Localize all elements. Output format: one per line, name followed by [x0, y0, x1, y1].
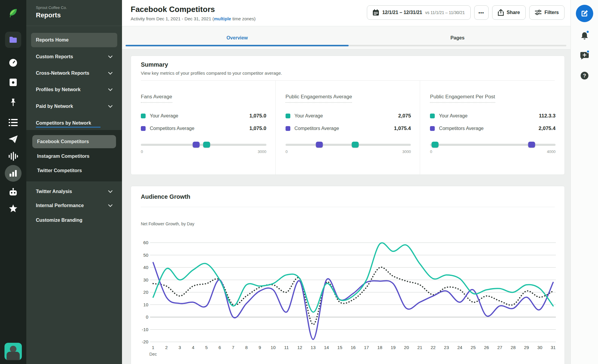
sidebar-subitem-label: Facebook Competitors	[37, 139, 89, 144]
inbox-icon[interactable]	[8, 78, 18, 87]
star-icon[interactable]	[9, 204, 18, 213]
your-average-swatch	[286, 114, 290, 118]
sidebar-item-internal-performance[interactable]: Internal Performance	[31, 198, 117, 213]
slider-handle-purple[interactable]	[193, 142, 199, 148]
filters-icon	[535, 10, 541, 16]
competitors-average-swatch	[141, 126, 146, 131]
sidebar-item-label: Profiles by Network	[36, 87, 80, 92]
legend-value: 2,075.4	[538, 126, 556, 131]
x-tick-label: 6	[219, 345, 221, 350]
metric-title[interactable]: Public Engagement Per Post	[430, 94, 495, 103]
legend-value: 1,075.0	[249, 113, 266, 119]
metric-legend: Your Average 1,075.0 Competitors Average…	[141, 113, 266, 131]
multiple-timezones-link[interactable]: multiple	[214, 16, 231, 21]
sidebar-item-reports-home[interactable]: Reports Home	[31, 33, 117, 47]
sidebar-item-competitors-by-network[interactable]: Competitors by Network	[31, 116, 117, 130]
x-tick-label: 18	[377, 345, 382, 350]
listening-wave-icon[interactable]	[8, 152, 18, 161]
x-tick-label: 4	[192, 345, 194, 350]
x-tick-label: 19	[390, 345, 396, 350]
main-content: Facebook Competitors Activity from Dec 1…	[122, 0, 571, 364]
sidebar-title: Reports	[36, 11, 61, 19]
pin-icon[interactable]	[9, 98, 17, 107]
metric-panel-public-engagement-per-post: Public Engagement Per Post Your Average …	[420, 81, 565, 175]
sidebar-item-profiles-by-network[interactable]: Profiles by Network	[31, 82, 117, 97]
help-icon[interactable]: ?	[580, 71, 589, 81]
tab-label: Overview	[226, 35, 248, 41]
x-tick-label: 11	[284, 345, 289, 350]
more-options-button[interactable]: •••	[474, 5, 489, 20]
series-competitors-average	[153, 262, 553, 339]
publish-plane-icon[interactable]	[8, 135, 18, 143]
sidebar-item-custom-reports[interactable]: Custom Reports	[31, 50, 117, 64]
message-badge	[586, 50, 590, 53]
x-tick-label: 22	[431, 345, 436, 350]
share-button[interactable]: Share	[492, 5, 526, 20]
sidebar-item-customize-branding[interactable]: Customize Branding	[31, 213, 117, 227]
user-avatar[interactable]	[4, 343, 22, 360]
subtitle-text: Activity from Dec 1, 2021 - Dec 31, 2021…	[131, 16, 214, 21]
slider-handle-teal[interactable]	[203, 142, 210, 148]
sidebar-item-twitter-analysis[interactable]: Twitter Analysis	[31, 184, 117, 199]
utility-rail: ?	[570, 0, 598, 364]
sidebar-item-cross-network-reports[interactable]: Cross-Network Reports	[31, 66, 117, 80]
legend-row-competitors-average: Competitors Average 1,075.4	[286, 126, 411, 131]
metric-legend: Your Average 2,075 Competitors Average 1…	[286, 113, 411, 131]
sidebar-item-paid-by-network[interactable]: Paid by Network	[31, 99, 117, 114]
x-tick-label: 31	[551, 345, 556, 350]
legend-label: Competitors Average	[295, 126, 339, 131]
chevron-down-icon	[108, 204, 112, 207]
slider-handle-purple[interactable]	[316, 142, 323, 148]
slider-scale: 0 3000	[286, 149, 411, 154]
x-tick-label: 25	[471, 345, 476, 350]
sidebar-item-label: Competitors by Network	[36, 120, 91, 126]
sidebar-item-label: Cross-Network Reports	[36, 71, 89, 76]
metric-title[interactable]: Fans Average	[141, 94, 172, 103]
slider-handle-teal[interactable]	[432, 142, 439, 148]
chevron-down-icon	[108, 105, 112, 108]
sidebar-subitem-label: Instagram Competitors	[37, 154, 89, 159]
y-tick-label: 30	[143, 277, 148, 282]
folder-nav-icon[interactable]	[5, 32, 21, 48]
x-tick-label: 21	[417, 345, 422, 350]
x-tick-label: 24	[457, 345, 462, 350]
notifications-bell-icon[interactable]	[580, 31, 589, 42]
sidebar-subitem-instagram-competitors[interactable]: Instagram Competitors	[32, 150, 116, 163]
chart-label: Net Follower Growth, by Day	[141, 221, 194, 226]
x-tick-label: 30	[537, 345, 542, 350]
filters-button[interactable]: Filters	[529, 5, 565, 20]
legend-label: Competitors Average	[150, 126, 194, 131]
active-icon-circle	[5, 165, 22, 182]
chevron-down-icon	[108, 190, 112, 193]
slider-max-label: 3000	[402, 149, 411, 154]
active-tab-underline	[126, 45, 349, 46]
y-tick-label: 0	[146, 314, 148, 319]
compose-button[interactable]	[576, 5, 593, 22]
reports-bar-chart-icon[interactable]	[5, 165, 22, 182]
feeds-list-icon[interactable]	[9, 119, 18, 126]
sidebar-item-label: Twitter Analysis	[36, 189, 72, 194]
dashboard-gauge-icon[interactable]	[9, 58, 18, 67]
report-tabbar: Overview Pages	[122, 26, 571, 50]
date-range-button[interactable]: 12/1/21 – 12/31/21 vs 11/1/21 – 11/30/21	[367, 5, 470, 20]
bot-icon[interactable]	[9, 188, 18, 196]
slider-handle-teal[interactable]	[352, 142, 359, 148]
inactive-tab-underline	[349, 45, 566, 46]
message-plus-icon[interactable]	[580, 51, 589, 61]
comparison-slider	[141, 142, 266, 148]
audience-growth-divider	[141, 207, 555, 207]
legend-value: 1,075.0	[249, 126, 266, 131]
legend-label: Your Average	[439, 113, 467, 119]
filters-label: Filters	[544, 10, 559, 15]
metric-title[interactable]: Public Engagements Average	[286, 94, 352, 103]
y-tick-label: -10	[142, 327, 148, 332]
sprout-logo-icon[interactable]	[7, 7, 19, 19]
sidebar-subitem-facebook-competitors[interactable]: Facebook Competitors	[32, 135, 116, 148]
sidebar-subitem-twitter-competitors[interactable]: Twitter Competitors	[32, 164, 116, 177]
legend-row-competitors-average: Competitors Average 1,075.0	[141, 126, 266, 131]
legend-label: Competitors Average	[439, 126, 483, 131]
summary-subtitle: View key metrics of your profiles compar…	[141, 71, 555, 76]
slider-handle-purple[interactable]	[528, 142, 535, 148]
x-tick-label: 13	[311, 345, 316, 350]
avatar-head	[10, 346, 16, 352]
